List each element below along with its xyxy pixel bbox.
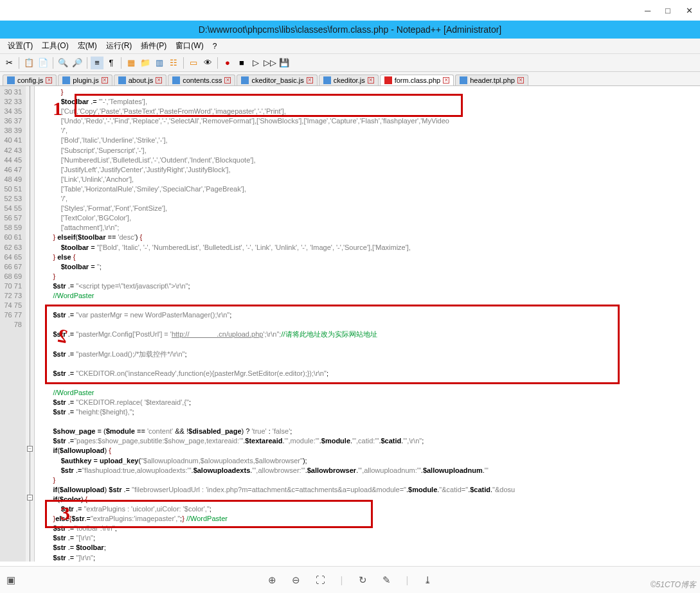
close-icon[interactable]: × (517, 77, 524, 84)
file-icon (460, 76, 467, 84)
file-icon (172, 76, 180, 84)
tab-ckeditor-basic-js[interactable]: ckeditor_basic.js× (237, 75, 317, 85)
menu-tools[interactable]: 工具(O) (38, 40, 72, 51)
tab-bar: config.js× plugin.js× about.js× contents… (0, 72, 700, 86)
file-icon (62, 76, 70, 84)
close-icon[interactable]: × (224, 77, 231, 84)
zoom-out-icon[interactable]: ⊖ (292, 574, 300, 586)
zoom-in-icon[interactable]: 🔍 (57, 57, 69, 69)
tab-form-class-php[interactable]: form.class.php× (380, 75, 454, 85)
zoom-out-icon[interactable]: 🔎 (71, 57, 84, 69)
close-icon[interactable]: × (368, 77, 374, 84)
status-bar: ▣ ⊕ ⊖ ⛶ | ↻ ✎ | ⤓ (0, 566, 700, 593)
panel-toggle-icon[interactable]: ▣ (6, 574, 15, 586)
close-icon[interactable]: × (46, 77, 52, 84)
stop-icon[interactable]: ■ (235, 57, 248, 69)
eye-icon[interactable]: 👁 (201, 57, 214, 69)
rotate-icon[interactable]: ↻ (359, 574, 367, 586)
file-icon (241, 76, 249, 84)
doc-map-icon[interactable]: ▭ (187, 57, 200, 69)
edit-icon[interactable]: ✎ (382, 574, 391, 586)
window-title: D:\wwwroot\phpcms\libs\classes\form.clas… (199, 24, 502, 35)
close-icon[interactable]: × (443, 77, 449, 84)
tab-plugin-js[interactable]: plugin.js× (58, 75, 112, 85)
menu-settings[interactable]: 设置(T) (4, 40, 37, 51)
file-icon (323, 76, 331, 84)
func-list-icon[interactable]: ☷ (167, 57, 180, 69)
line-number-gutter: 30 31 32 33 34 35 36 37 38 39 40 41 42 4… (0, 86, 26, 562)
indent-guide-icon[interactable]: ▦ (125, 57, 138, 69)
watermark: ©51CTO博客 (651, 580, 696, 590)
tab-config-js[interactable]: config.js× (3, 75, 57, 85)
close-icon[interactable]: × (102, 77, 108, 84)
doc-icon[interactable]: ▥ (153, 57, 166, 69)
menu-run[interactable]: 运行(R) (102, 40, 136, 51)
close-icon[interactable]: × (307, 77, 313, 84)
title-bar: D:\wwwroot\phpcms\libs\classes\form.clas… (0, 21, 700, 39)
maximize-button[interactable]: □ (665, 6, 674, 15)
tab-header-tpl-php[interactable]: header.tpl.php× (455, 75, 528, 85)
wrap-icon[interactable]: ≡ (91, 57, 103, 69)
minimize-button[interactable]: ─ (645, 6, 654, 15)
fit-icon[interactable]: ⛶ (316, 574, 325, 585)
fold-margin[interactable]: − − (26, 86, 35, 562)
file-icon (384, 76, 392, 84)
menu-plugins[interactable]: 插件(P) (137, 40, 170, 51)
zoom-in-icon[interactable]: ⊕ (268, 574, 276, 586)
tab-contents-css[interactable]: contents.css× (168, 75, 235, 85)
paste-icon[interactable]: 📄 (37, 57, 49, 69)
fast-forward-icon[interactable]: ▷▷ (264, 57, 276, 69)
close-button[interactable]: ✕ (686, 6, 695, 15)
menu-macro[interactable]: 宏(M) (74, 40, 101, 51)
folder-icon[interactable]: 📁 (139, 57, 152, 69)
annotation-number-3: 3 (60, 502, 70, 524)
menu-bar: 设置(T) 工具(O) 宏(M) 运行(R) 插件(P) 窗口(W) ? (0, 39, 700, 54)
file-icon (118, 76, 126, 84)
download-icon[interactable]: ⤓ (424, 574, 432, 586)
record-icon[interactable]: ● (221, 57, 234, 69)
system-title-bar: ─ □ ✕ (0, 0, 700, 21)
menu-help[interactable]: ? (209, 42, 221, 51)
toolbar: ✂ 📋 📄 🔍 🔎 ≡ ¶ ▦ 📁 ▥ ☷ ▭ 👁 ● ■ ▷ ▷▷ 💾 (0, 54, 700, 72)
file-icon (7, 76, 15, 84)
show-symbol-icon[interactable]: ¶ (105, 57, 118, 69)
tab-ckeditor-js[interactable]: ckeditor.js× (319, 75, 379, 85)
code-editor[interactable]: 30 31 32 33 34 35 36 37 38 39 40 41 42 4… (0, 86, 700, 562)
close-icon[interactable]: × (156, 77, 162, 84)
menu-window[interactable]: 窗口(W) (172, 40, 207, 51)
cut-icon[interactable]: ✂ (3, 57, 15, 69)
annotation-number-1: 1 (53, 98, 62, 119)
save-macro-icon[interactable]: 💾 (278, 57, 291, 69)
play-icon[interactable]: ▷ (249, 57, 262, 69)
tab-about-js[interactable]: about.js× (114, 75, 167, 85)
code-area[interactable]: } $toolbar .= "'-','Templates'], ['Cut',… (35, 86, 700, 562)
copy-icon[interactable]: 📋 (22, 57, 35, 69)
